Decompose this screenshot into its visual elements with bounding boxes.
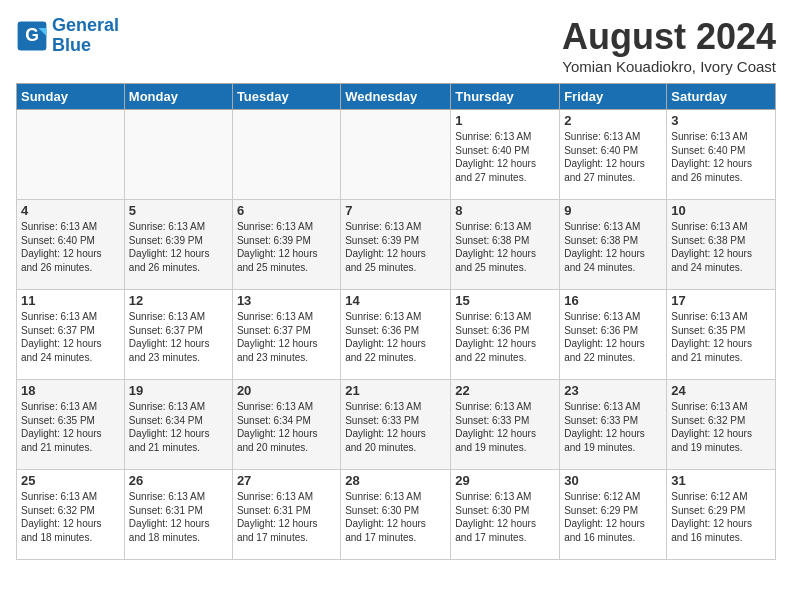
day-number: 6 <box>237 203 336 218</box>
day-number: 31 <box>671 473 771 488</box>
day-number: 9 <box>564 203 662 218</box>
calendar-cell <box>341 110 451 200</box>
day-info: Sunrise: 6:13 AM Sunset: 6:30 PM Dayligh… <box>455 490 555 544</box>
day-info: Sunrise: 6:13 AM Sunset: 6:30 PM Dayligh… <box>345 490 446 544</box>
day-info: Sunrise: 6:13 AM Sunset: 6:33 PM Dayligh… <box>345 400 446 454</box>
day-number: 28 <box>345 473 446 488</box>
day-info: Sunrise: 6:13 AM Sunset: 6:34 PM Dayligh… <box>237 400 336 454</box>
calendar-cell: 28Sunrise: 6:13 AM Sunset: 6:30 PM Dayli… <box>341 470 451 560</box>
logo-line1: General <box>52 15 119 35</box>
weekday-header: Sunday <box>17 84 125 110</box>
day-number: 19 <box>129 383 228 398</box>
calendar-week-row: 25Sunrise: 6:13 AM Sunset: 6:32 PM Dayli… <box>17 470 776 560</box>
calendar-cell: 17Sunrise: 6:13 AM Sunset: 6:35 PM Dayli… <box>667 290 776 380</box>
day-number: 18 <box>21 383 120 398</box>
calendar-cell <box>124 110 232 200</box>
day-number: 12 <box>129 293 228 308</box>
day-number: 20 <box>237 383 336 398</box>
day-info: Sunrise: 6:13 AM Sunset: 6:37 PM Dayligh… <box>129 310 228 364</box>
day-number: 15 <box>455 293 555 308</box>
day-number: 1 <box>455 113 555 128</box>
day-info: Sunrise: 6:13 AM Sunset: 6:38 PM Dayligh… <box>564 220 662 274</box>
calendar-cell: 15Sunrise: 6:13 AM Sunset: 6:36 PM Dayli… <box>451 290 560 380</box>
calendar-week-row: 11Sunrise: 6:13 AM Sunset: 6:37 PM Dayli… <box>17 290 776 380</box>
svg-text:G: G <box>25 25 39 45</box>
calendar-cell: 11Sunrise: 6:13 AM Sunset: 6:37 PM Dayli… <box>17 290 125 380</box>
calendar-cell: 24Sunrise: 6:13 AM Sunset: 6:32 PM Dayli… <box>667 380 776 470</box>
day-number: 23 <box>564 383 662 398</box>
title-block: August 2024 Yomian Kouadiokro, Ivory Coa… <box>562 16 776 75</box>
calendar-body: 1Sunrise: 6:13 AM Sunset: 6:40 PM Daylig… <box>17 110 776 560</box>
month-year: August 2024 <box>562 16 776 58</box>
calendar-cell: 13Sunrise: 6:13 AM Sunset: 6:37 PM Dayli… <box>232 290 340 380</box>
calendar-cell: 4Sunrise: 6:13 AM Sunset: 6:40 PM Daylig… <box>17 200 125 290</box>
day-info: Sunrise: 6:13 AM Sunset: 6:31 PM Dayligh… <box>129 490 228 544</box>
calendar-week-row: 1Sunrise: 6:13 AM Sunset: 6:40 PM Daylig… <box>17 110 776 200</box>
day-info: Sunrise: 6:13 AM Sunset: 6:36 PM Dayligh… <box>455 310 555 364</box>
day-info: Sunrise: 6:12 AM Sunset: 6:29 PM Dayligh… <box>564 490 662 544</box>
day-number: 16 <box>564 293 662 308</box>
day-info: Sunrise: 6:13 AM Sunset: 6:39 PM Dayligh… <box>129 220 228 274</box>
day-info: Sunrise: 6:13 AM Sunset: 6:40 PM Dayligh… <box>564 130 662 184</box>
day-number: 3 <box>671 113 771 128</box>
day-number: 30 <box>564 473 662 488</box>
calendar-week-row: 18Sunrise: 6:13 AM Sunset: 6:35 PM Dayli… <box>17 380 776 470</box>
calendar-cell: 26Sunrise: 6:13 AM Sunset: 6:31 PM Dayli… <box>124 470 232 560</box>
calendar-cell: 25Sunrise: 6:13 AM Sunset: 6:32 PM Dayli… <box>17 470 125 560</box>
weekday-header: Thursday <box>451 84 560 110</box>
weekday-header: Saturday <box>667 84 776 110</box>
calendar-cell: 3Sunrise: 6:13 AM Sunset: 6:40 PM Daylig… <box>667 110 776 200</box>
day-info: Sunrise: 6:13 AM Sunset: 6:40 PM Dayligh… <box>455 130 555 184</box>
calendar: SundayMondayTuesdayWednesdayThursdayFrid… <box>16 83 776 560</box>
calendar-cell: 22Sunrise: 6:13 AM Sunset: 6:33 PM Dayli… <box>451 380 560 470</box>
day-info: Sunrise: 6:13 AM Sunset: 6:37 PM Dayligh… <box>237 310 336 364</box>
day-info: Sunrise: 6:13 AM Sunset: 6:35 PM Dayligh… <box>21 400 120 454</box>
day-info: Sunrise: 6:13 AM Sunset: 6:38 PM Dayligh… <box>455 220 555 274</box>
calendar-cell: 19Sunrise: 6:13 AM Sunset: 6:34 PM Dayli… <box>124 380 232 470</box>
calendar-cell: 9Sunrise: 6:13 AM Sunset: 6:38 PM Daylig… <box>560 200 667 290</box>
day-info: Sunrise: 6:13 AM Sunset: 6:32 PM Dayligh… <box>671 400 771 454</box>
day-number: 26 <box>129 473 228 488</box>
logo-line2: Blue <box>52 35 91 55</box>
calendar-cell <box>232 110 340 200</box>
location: Yomian Kouadiokro, Ivory Coast <box>562 58 776 75</box>
calendar-cell: 16Sunrise: 6:13 AM Sunset: 6:36 PM Dayli… <box>560 290 667 380</box>
day-info: Sunrise: 6:13 AM Sunset: 6:39 PM Dayligh… <box>237 220 336 274</box>
day-number: 24 <box>671 383 771 398</box>
day-number: 21 <box>345 383 446 398</box>
calendar-header: SundayMondayTuesdayWednesdayThursdayFrid… <box>17 84 776 110</box>
day-number: 10 <box>671 203 771 218</box>
calendar-cell: 30Sunrise: 6:12 AM Sunset: 6:29 PM Dayli… <box>560 470 667 560</box>
calendar-week-row: 4Sunrise: 6:13 AM Sunset: 6:40 PM Daylig… <box>17 200 776 290</box>
day-number: 25 <box>21 473 120 488</box>
calendar-cell: 21Sunrise: 6:13 AM Sunset: 6:33 PM Dayli… <box>341 380 451 470</box>
day-info: Sunrise: 6:13 AM Sunset: 6:37 PM Dayligh… <box>21 310 120 364</box>
calendar-cell: 1Sunrise: 6:13 AM Sunset: 6:40 PM Daylig… <box>451 110 560 200</box>
weekday-row: SundayMondayTuesdayWednesdayThursdayFrid… <box>17 84 776 110</box>
day-number: 2 <box>564 113 662 128</box>
weekday-header: Friday <box>560 84 667 110</box>
calendar-cell: 20Sunrise: 6:13 AM Sunset: 6:34 PM Dayli… <box>232 380 340 470</box>
logo-icon: G <box>16 20 48 52</box>
calendar-cell: 29Sunrise: 6:13 AM Sunset: 6:30 PM Dayli… <box>451 470 560 560</box>
day-number: 7 <box>345 203 446 218</box>
calendar-cell <box>17 110 125 200</box>
day-number: 8 <box>455 203 555 218</box>
day-number: 29 <box>455 473 555 488</box>
logo-text: General Blue <box>52 16 119 56</box>
day-number: 14 <box>345 293 446 308</box>
day-info: Sunrise: 6:13 AM Sunset: 6:31 PM Dayligh… <box>237 490 336 544</box>
day-number: 13 <box>237 293 336 308</box>
day-number: 4 <box>21 203 120 218</box>
day-info: Sunrise: 6:13 AM Sunset: 6:32 PM Dayligh… <box>21 490 120 544</box>
day-number: 5 <box>129 203 228 218</box>
calendar-cell: 2Sunrise: 6:13 AM Sunset: 6:40 PM Daylig… <box>560 110 667 200</box>
day-number: 22 <box>455 383 555 398</box>
calendar-cell: 12Sunrise: 6:13 AM Sunset: 6:37 PM Dayli… <box>124 290 232 380</box>
day-number: 17 <box>671 293 771 308</box>
calendar-cell: 27Sunrise: 6:13 AM Sunset: 6:31 PM Dayli… <box>232 470 340 560</box>
weekday-header: Tuesday <box>232 84 340 110</box>
calendar-cell: 7Sunrise: 6:13 AM Sunset: 6:39 PM Daylig… <box>341 200 451 290</box>
calendar-cell: 6Sunrise: 6:13 AM Sunset: 6:39 PM Daylig… <box>232 200 340 290</box>
logo: G General Blue <box>16 16 119 56</box>
